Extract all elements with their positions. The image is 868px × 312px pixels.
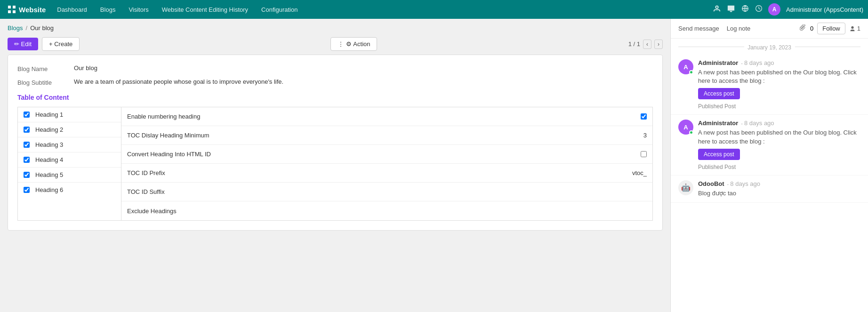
online-indicator-2	[689, 130, 693, 135]
message-1-text: A new post has been published on the Our…	[698, 68, 860, 85]
chat-icon[interactable]	[727, 5, 735, 14]
nav-dashboard[interactable]: Dashboard	[50, 0, 94, 19]
pagination-display: 1 / 1	[628, 40, 640, 48]
message-1-avatar: A	[678, 59, 693, 74]
nav-links: Dashboard Blogs Visitors Website Content…	[50, 0, 713, 19]
date-divider: January 19, 2023	[671, 39, 868, 55]
main-layout: Blogs / Our blog ✏ Edit + Create ⚙ Actio…	[0, 19, 868, 312]
toc-heading-1-label: Heading 1	[35, 111, 63, 118]
message-2-content: Administrator - 8 days ago A new post ha…	[698, 120, 860, 170]
blog-name-row: Blog Name Our blog	[17, 64, 653, 72]
toc-heading-4-label: Heading 4	[35, 156, 63, 163]
access-post-button-1[interactable]: Access post	[698, 88, 740, 99]
log-note-button[interactable]: Log note	[727, 25, 751, 32]
toc-id-suffix-label: TOC ID Suffix	[127, 188, 647, 195]
svg-rect-1	[13, 6, 16, 8]
message-2-header: Administrator - 8 days ago	[698, 120, 860, 127]
toc-props-list: Enable numbering heading TOC Dislay Head…	[121, 107, 652, 220]
nav-configuration[interactable]: Configuration	[255, 0, 304, 19]
toc-headings-list: Heading 1 Heading 2 Heading 3 Heading 4	[18, 107, 121, 220]
network-icon[interactable]	[741, 5, 749, 14]
chatter-header: Send message Log note 0 Follow 1	[671, 19, 868, 39]
nav-right: A Administrator (AppsContent)	[713, 3, 863, 16]
online-indicator-1	[689, 70, 693, 74]
message-3-time: - 8 days ago	[727, 180, 760, 187]
clock-icon[interactable]	[755, 5, 763, 14]
toc-enable-numbering-checkbox[interactable]	[641, 113, 647, 120]
message-2-meta: Published Post	[698, 164, 860, 170]
breadcrumb-current: Our blog	[30, 24, 54, 32]
app-name: Website	[19, 6, 46, 14]
follow-button[interactable]: Follow	[817, 23, 845, 34]
toc-heading-6-row: Heading 6	[18, 183, 121, 197]
message-1-time: - 8 days ago	[741, 59, 774, 66]
toolbar: ✏ Edit + Create ⚙ Action 1 / 1 ‹ ›	[0, 35, 670, 55]
chatter-message-2: A Administrator - 8 days ago A new post …	[671, 115, 868, 175]
toc-minimum-row: TOC Dislay Heading Minimum 3	[121, 126, 652, 145]
svg-rect-3	[13, 10, 16, 13]
svg-rect-0	[8, 6, 11, 8]
message-3-avatar: 🤖	[678, 180, 693, 195]
follower-count: 1	[849, 25, 860, 32]
blog-subtitle-value: We are a team of passionate people whose…	[74, 78, 283, 85]
action-label: ⚙ Action	[346, 40, 370, 48]
blog-subtitle-row: Blog Subtitle We are a team of passionat…	[17, 78, 653, 86]
svg-rect-2	[8, 10, 11, 13]
toc-id-prefix-value: vtoc_	[632, 169, 647, 176]
toc-heading-3-row: Heading 3	[18, 137, 121, 152]
message-2-author: Administrator	[698, 120, 738, 127]
send-message-button[interactable]: Send message	[678, 25, 719, 32]
message-1-header: Administrator - 8 days ago	[698, 59, 860, 66]
message-1-content: Administrator - 8 days ago A new post ha…	[698, 59, 860, 110]
nav-blogs[interactable]: Blogs	[94, 0, 122, 19]
breadcrumb-separator: /	[26, 24, 28, 32]
blog-subtitle-label: Blog Subtitle	[17, 78, 74, 86]
breadcrumb-parent[interactable]: Blogs	[8, 24, 23, 32]
toc-heading-6-checkbox[interactable]	[24, 187, 30, 193]
message-2-text: A new post has been published on the Our…	[698, 128, 860, 145]
toc-heading-1-checkbox[interactable]	[24, 112, 30, 118]
toc-section-title: Table of Content	[17, 94, 653, 101]
toc-enable-numbering-row: Enable numbering heading	[121, 107, 652, 126]
toc-exclude-headings-label: Exclude Headings	[127, 208, 647, 215]
message-3-content: OdooBot - 8 days ago Blog được tao	[698, 180, 860, 198]
toc-grid: Heading 1 Heading 2 Heading 3 Heading 4	[17, 107, 653, 221]
chatter-message-3: 🤖 OdooBot - 8 days ago Blog được tao	[671, 176, 868, 203]
toc-convert-heading-value	[641, 151, 647, 157]
people-icon[interactable]	[713, 5, 721, 14]
nav-history[interactable]: Website Content Editing History	[155, 0, 255, 19]
prev-record-button[interactable]: ‹	[643, 40, 651, 49]
user-name[interactable]: Administrator (AppsContent)	[786, 6, 863, 13]
create-button[interactable]: + Create	[42, 37, 80, 51]
blog-name-label: Blog Name	[17, 64, 74, 72]
user-avatar[interactable]: A	[768, 3, 780, 16]
edit-button[interactable]: ✏ Edit	[8, 38, 38, 50]
chatter-body: January 19, 2023 A Administrator - 8 day…	[671, 39, 868, 312]
toc-heading-5-checkbox[interactable]	[24, 172, 30, 178]
toc-convert-heading-label: Convert Heading Into HTML ID	[127, 151, 641, 158]
attachment-icon[interactable]	[800, 24, 806, 32]
toc-id-prefix-label: TOC ID Prefix	[127, 169, 632, 176]
message-1-author: Administrator	[698, 59, 738, 66]
message-3-text: Blog được tao	[698, 189, 860, 198]
toc-heading-6-label: Heading 6	[35, 186, 63, 193]
toc-heading-4-checkbox[interactable]	[24, 157, 30, 163]
toc-heading-5-label: Heading 5	[35, 171, 63, 178]
toc-heading-3-checkbox[interactable]	[24, 142, 30, 148]
chatter-panel: Send message Log note 0 Follow 1 January…	[670, 19, 868, 312]
form-card: Blog Name Our blog Blog Subtitle We are …	[8, 55, 663, 231]
toc-exclude-headings-row: Exclude Headings	[121, 201, 652, 220]
message-3-author: OdooBot	[698, 180, 724, 187]
app-grid-icon[interactable]	[5, 6, 19, 13]
access-post-button-2[interactable]: Access post	[698, 149, 740, 160]
toc-heading-2-checkbox[interactable]	[24, 127, 30, 133]
toc-id-suffix-row: TOC ID Suffix	[121, 183, 652, 201]
toc-convert-heading-row: Convert Heading Into HTML ID	[121, 145, 652, 164]
toc-convert-heading-checkbox[interactable]	[641, 151, 647, 157]
toc-heading-2-row: Heading 2	[18, 122, 121, 137]
nav-visitors[interactable]: Visitors	[122, 0, 155, 19]
chatter-message-1: A Administrator - 8 days ago A new post …	[671, 55, 868, 115]
action-button[interactable]: ⚙ Action	[330, 37, 377, 51]
next-record-button[interactable]: ›	[654, 40, 663, 49]
toc-heading-1-row: Heading 1	[18, 107, 121, 122]
